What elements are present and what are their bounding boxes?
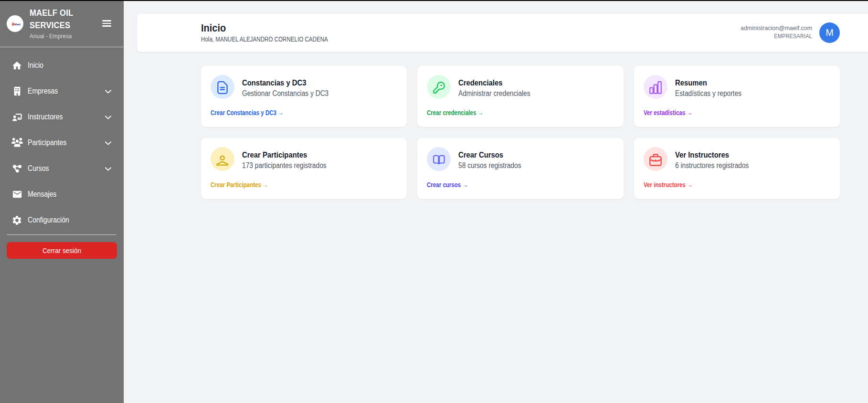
svg-text:Mael: Mael bbox=[14, 23, 21, 26]
